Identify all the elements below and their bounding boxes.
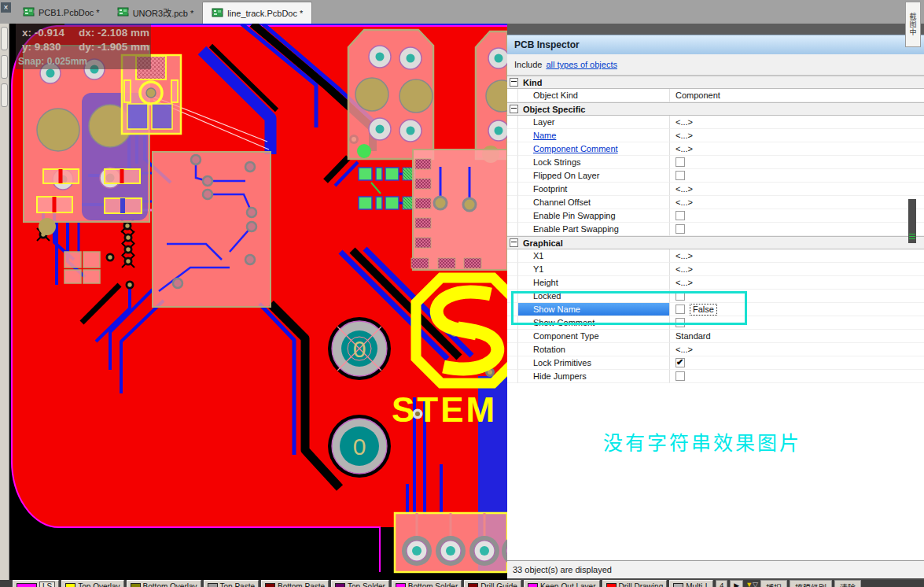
property-value[interactable]: <...>	[670, 196, 924, 209]
dock-handle[interactable]	[1, 83, 8, 107]
property-value[interactable]	[670, 209, 924, 223]
collapse-icon[interactable]	[510, 105, 518, 113]
terminal-block-footprint[interactable]	[476, 31, 507, 163]
collapse-icon[interactable]	[510, 238, 518, 247]
property-value[interactable]	[670, 156, 924, 169]
property-value[interactable]: Component	[670, 89, 924, 102]
document-tab[interactable]: UNOR3改.pcb *	[109, 2, 203, 24]
inspector-row[interactable]: Y1<...>	[507, 263, 924, 276]
layer-tab[interactable]: Multi-L	[669, 580, 713, 587]
checkbox[interactable]	[676, 371, 685, 381]
property-value[interactable]	[670, 169, 924, 183]
annotation-text: 没有字符串效果图片	[603, 427, 801, 456]
inspector-row[interactable]: Hide Jumpers	[507, 370, 924, 383]
row-gutter	[507, 129, 518, 142]
property-value[interactable]: <...>	[670, 263, 924, 276]
inspector-row[interactable]: Enable Part Swapping	[507, 223, 924, 236]
property-label: Y1	[518, 263, 670, 276]
inspector-row[interactable]: Enable Pin Swapping	[507, 209, 924, 223]
row-gutter	[507, 223, 518, 236]
checkbox[interactable]	[676, 358, 685, 367]
close-document-button[interactable]: ×	[1, 2, 11, 13]
inspector-row[interactable]: X1<...>	[507, 249, 924, 263]
property-value[interactable]: Standard	[670, 330, 924, 343]
document-tab[interactable]: PCB1.PcbDoc *	[14, 2, 109, 24]
inspector-row[interactable]: Name<...>	[507, 129, 924, 142]
mounting-hole-top[interactable]: 0	[328, 317, 391, 380]
layer-tab[interactable]: Top Paste	[204, 580, 259, 587]
inspector-row[interactable]: Layer<...>	[507, 116, 924, 129]
pcb-canvas-svg[interactable]: STEM 0 0	[9, 24, 507, 580]
inspector-row[interactable]: Lock Strings	[507, 156, 924, 169]
checkbox[interactable]	[676, 157, 685, 167]
layer-tab[interactable]: LS	[13, 580, 59, 587]
inspector-row[interactable]: Lock Primitives	[507, 356, 924, 370]
include-link[interactable]: all types of objects	[546, 60, 617, 69]
terminal-block-footprint[interactable]	[348, 30, 433, 159]
layer-color-swatch	[468, 583, 478, 587]
property-value[interactable]	[670, 356, 924, 370]
layer-tab[interactable]: Keep-Out Layer	[524, 580, 600, 587]
center-module-footprint[interactable]	[153, 152, 271, 307]
property-value[interactable]: <...>	[670, 129, 924, 142]
inspector-row[interactable]: Footprint<...>	[507, 183, 924, 196]
layer-tab[interactable]: Bottom Solder	[392, 580, 462, 587]
property-value[interactable]: <...>	[670, 276, 924, 290]
scrollbar-thumb[interactable]	[908, 199, 916, 243]
property-value[interactable]: <...>	[670, 116, 924, 129]
inspector-section-row[interactable]: Kind	[507, 76, 924, 89]
bottom-connector-footprint[interactable]	[395, 513, 507, 572]
checkbox[interactable]	[676, 224, 685, 234]
right-module-footprint[interactable]	[411, 150, 507, 270]
pcb-canvas[interactable]: STEM 0 0	[9, 24, 507, 580]
pcb-doc-icon	[23, 7, 35, 18]
layer-bar-button[interactable]: 清除	[834, 580, 861, 587]
checkbox[interactable]	[676, 211, 685, 220]
vertical-panel-tab[interactable]: 截图中	[905, 2, 921, 47]
layer-tab[interactable]: Drill Drawing	[602, 580, 668, 587]
property-label: Lock Primitives	[518, 356, 670, 370]
layer-color-swatch	[673, 583, 683, 587]
inspector-row[interactable]: Rotation<...>	[507, 343, 924, 356]
layer-bar-button[interactable]: 掩膜级别	[790, 580, 832, 587]
layer-tab[interactable]: Top Overlay	[61, 580, 123, 587]
layer-color-swatch	[17, 583, 37, 587]
mounting-hole-bottom[interactable]: 0	[328, 415, 391, 478]
inspector-section-row[interactable]: Graphical	[507, 236, 924, 249]
checkbox[interactable]	[676, 171, 685, 180]
layer-tab[interactable]: Bottom Overlay	[127, 580, 201, 587]
dock-handle[interactable]	[1, 55, 8, 79]
document-tab[interactable]: line_track.PcbDoc *	[202, 2, 312, 24]
property-label: Channel Offset	[518, 196, 670, 209]
layer-scroll-arrow[interactable]: ▶	[730, 580, 743, 587]
layer-tab-bar: LSTop OverlayBottom OverlayTop PasteBott…	[0, 580, 924, 587]
layer-tab[interactable]: Bottom Paste	[261, 580, 329, 587]
layer-tab[interactable]: Top Solder	[331, 580, 389, 587]
layer-tab[interactable]: Drill Guide	[464, 580, 521, 587]
property-value[interactable]: <...>	[670, 183, 924, 196]
property-label-link[interactable]: Component Comment	[518, 142, 670, 156]
inspector-row[interactable]: Flipped On Layer	[507, 169, 924, 183]
layer-tab-label: Keep-Out Layer	[540, 582, 596, 587]
layer-tab-label: Top Solder	[348, 582, 385, 587]
property-value[interactable]: <...>	[670, 249, 924, 263]
property-value[interactable]	[670, 223, 924, 236]
property-value[interactable]: <...>	[670, 142, 924, 156]
property-value[interactable]: <...>	[670, 343, 924, 356]
property-value[interactable]	[670, 370, 924, 383]
inspector-row[interactable]: Height<...>	[507, 276, 924, 290]
inspector-row[interactable]: Component Comment<...>	[507, 142, 924, 156]
inspector-row[interactable]: Component TypeStandard	[507, 330, 924, 343]
layer-bar-button[interactable]: 捕捉	[760, 580, 787, 587]
inspector-section-row[interactable]: Object Specific	[507, 102, 924, 116]
document-tabs: PCB1.PcbDoc *UNOR3改.pcb *line_track.PcbD…	[14, 2, 312, 24]
property-label-link[interactable]: Name	[518, 129, 670, 142]
collapse-icon[interactable]	[510, 78, 518, 87]
filter-icon[interactable]: ▼▽	[745, 580, 758, 587]
dock-handle[interactable]	[1, 27, 8, 50]
pcb-inspector-panel: PCB Inspector Include all types of objec…	[507, 24, 924, 587]
layer-page-number[interactable]: 4	[716, 580, 727, 587]
row-gutter	[507, 209, 518, 223]
inspector-row[interactable]: Object KindComponent	[507, 89, 924, 102]
inspector-row[interactable]: Channel Offset<...>	[507, 196, 924, 209]
